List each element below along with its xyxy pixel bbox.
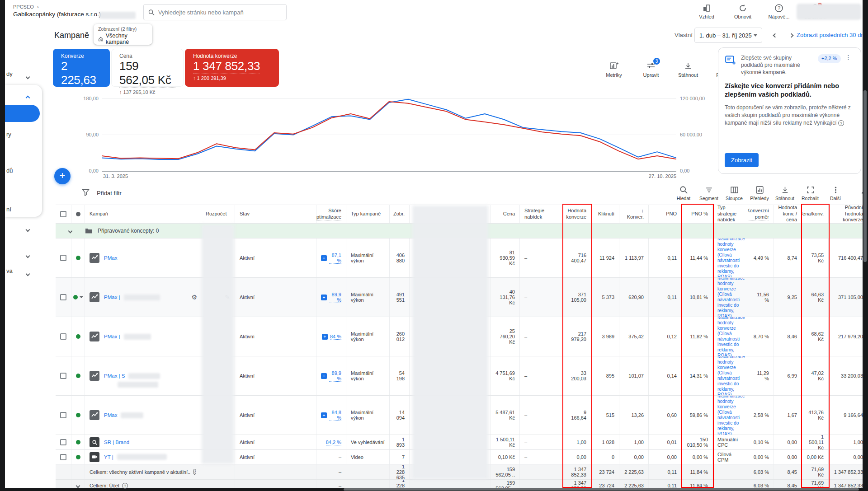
campaign-row[interactable]: PMax | SAktivní+89,9 %Maximální výkon54 … <box>56 356 868 396</box>
more-button[interactable]: Další <box>825 186 846 201</box>
optimization-score-link[interactable]: 84,2 % <box>326 440 341 445</box>
chevron-down-icon[interactable] <box>68 229 73 233</box>
campaign-row[interactable]: PMax |Aktivní+84 %Maximální výkon260 012… <box>56 317 868 356</box>
table-expand-button[interactable]: Rozbalit <box>799 186 821 201</box>
nav-item-fragment[interactable]: dů <box>6 167 13 174</box>
help-button[interactable]: ? Nápově... <box>767 4 791 19</box>
chevron-down-icon[interactable] <box>76 483 80 488</box>
chevron-down-icon[interactable] <box>26 225 29 233</box>
status-dot-enabled[interactable] <box>76 334 80 339</box>
date-prev-button[interactable] <box>769 30 780 41</box>
show-last-30-link[interactable]: Zobrazit posledních 30 dní <box>797 32 866 38</box>
refresh-button[interactable]: Obnovit <box>731 4 755 19</box>
column-header-conv[interactable]: ↓ Konver. <box>619 205 649 223</box>
scorecard-hodnota-konverze[interactable]: Hodnota konverze 1 347 852,33 ↑ 1 200 39… <box>185 49 279 87</box>
column-header-pno[interactable]: PNO <box>649 205 682 223</box>
appearance-button[interactable]: Vzhled <box>694 4 719 19</box>
status-dot-enabled[interactable] <box>76 455 80 459</box>
optimization-score-link[interactable]: 89,9 % <box>329 292 341 303</box>
chevron-up-icon[interactable] <box>26 93 29 101</box>
nav-item-fragment[interactable]: ry <box>6 131 11 138</box>
segment-button[interactable]: Segment <box>698 186 720 201</box>
nav-item-fragment[interactable]: dy <box>6 70 13 77</box>
table-download-button[interactable]: Stáhnout <box>774 186 796 201</box>
campaign-row[interactable]: SR | BrandAktivní84,2 %Ve vyhledávání1 8… <box>56 435 868 450</box>
column-header-cost[interactable]: Cena <box>491 205 520 223</box>
help-circle-icon[interactable]: ? <box>122 483 128 489</box>
bid-strategy-type[interactable]: Maximalizace hodnoty konverze (Cílová ná… <box>717 356 745 395</box>
optimization-score-link[interactable]: 89,9 % <box>329 370 341 382</box>
status-dot-enabled[interactable] <box>76 256 80 260</box>
column-header-assets[interactable] <box>410 205 491 223</box>
nav-item-fragment[interactable]: va <box>6 267 13 274</box>
column-header-strattype[interactable]: Typ strategie nabídek <box>713 205 748 223</box>
campaign-row[interactable]: PMax |⚙✎Aktivní+89,9 %Maximální výkon491… <box>56 278 868 317</box>
recommendation-cta-button[interactable]: Zobrazit <box>725 153 759 167</box>
status-dot-enabled[interactable] <box>73 295 78 299</box>
nav-selected-item[interactable] <box>5 105 40 122</box>
search-input[interactable] <box>158 9 282 16</box>
help-circle-icon[interactable]: ? <box>838 120 844 126</box>
date-next-button[interactable] <box>786 30 797 41</box>
row-checkbox[interactable] <box>60 255 66 261</box>
column-header-convrate[interactable]: Konverzní poměr <box>748 205 774 223</box>
campaign-row[interactable]: YT |Aktivní–Video70,10 Kč–0,0000,000,000… <box>56 450 868 464</box>
row-checkbox[interactable] <box>60 333 66 340</box>
status-dot-enabled[interactable] <box>76 440 80 444</box>
view-selector[interactable]: Zobrazení (2 filtry) Všechny kampaně <box>94 24 152 45</box>
column-header-budget[interactable]: Rozpočet <box>201 205 235 223</box>
vertical-scrollbar-thumb[interactable] <box>863 90 867 262</box>
column-header-score[interactable]: Skóre optimalizace <box>316 205 346 223</box>
bid-strategy-type[interactable]: Maximalizace hodnoty konverze (Cílová ná… <box>717 317 745 356</box>
gear-icon[interactable]: ⚙ <box>191 294 197 301</box>
edit-chart-button[interactable]: 3 Upravit <box>638 61 664 78</box>
column-header-impr[interactable]: Zobr. <box>390 205 410 223</box>
bid-strategy-type[interactable]: Maximalizace hodnoty konverze (Cílová ná… <box>717 278 745 317</box>
column-header-costconv[interactable]: Cena/konv. <box>802 205 829 223</box>
account-name[interactable]: Gabikacopánky (fakturace s.r.o.) <box>13 11 101 18</box>
campaign-name-link[interactable]: PMax | <box>104 334 120 339</box>
download-chart-button[interactable]: Stáhnout <box>675 61 701 78</box>
horizontal-scrollbar-thumb[interactable] <box>344 488 859 491</box>
column-header-pnopct[interactable]: PNO % <box>682 205 713 223</box>
breadcrumb[interactable]: PPCSEO › <box>13 4 39 9</box>
column-header-name[interactable]: Kampaň <box>85 205 201 223</box>
help-circle-icon[interactable]: ? <box>193 469 196 475</box>
draft-concepts-row[interactable]: Připravované koncepty: 0 <box>56 224 868 238</box>
column-header-status[interactable]: Stav <box>235 205 316 223</box>
scorecard-konverze[interactable]: Konverze 2 225,63 ↑ 1 962,64 <box>53 49 110 87</box>
search-bar[interactable] <box>143 4 287 20</box>
column-header-type[interactable]: Typ kampaně <box>346 205 390 223</box>
filter-funnel-icon[interactable] <box>82 189 90 196</box>
campaign-name-link[interactable]: YT | <box>104 454 113 460</box>
optimization-score-link[interactable]: 84 % <box>330 334 341 340</box>
breadcrumb-root[interactable]: PPCSEO <box>13 4 34 9</box>
status-dot-enabled[interactable] <box>76 413 80 417</box>
status-caret-icon[interactable] <box>80 296 83 298</box>
add-fab-button[interactable]: + <box>54 168 71 184</box>
nav-item-fragment[interactable]: ní <box>6 206 11 213</box>
campaign-name-link[interactable]: SR | Brand <box>104 440 129 445</box>
optimization-score-link[interactable]: 87,1 % <box>329 253 341 264</box>
row-checkbox[interactable] <box>60 373 66 379</box>
column-header-convval[interactable]: Hodnota konverze <box>563 205 591 223</box>
chevron-down-icon[interactable] <box>26 269 29 277</box>
column-header-bidstrat[interactable]: Strategie nabídek <box>520 205 563 223</box>
columns-button[interactable]: Sloupce <box>723 186 745 201</box>
edit-pencil-icon[interactable]: ✎ <box>225 294 230 301</box>
status-dot-enabled[interactable] <box>76 374 80 378</box>
table-search-button[interactable]: Hledat <box>673 186 694 201</box>
optimization-score-link[interactable]: 84,8 % <box>329 410 341 421</box>
scorecard-cena[interactable]: Cena 159 562,05 Kč ↑ 137 265,10 Kč <box>111 49 184 87</box>
performance-line-chart[interactable] <box>102 98 676 171</box>
row-checkbox[interactable] <box>60 211 66 217</box>
kebab-menu-icon[interactable]: ⋮ <box>845 54 852 76</box>
bid-strategy-type[interactable]: Maximalizace hodnoty konverze (Cílová ná… <box>717 396 745 435</box>
bid-strategy-type[interactable]: Maximalizace hodnoty konverze (Cílová ná… <box>717 238 745 277</box>
column-header-origval[interactable]: Původní hodnota konverze <box>829 205 868 223</box>
campaign-name-link[interactable]: PMax | <box>104 295 120 300</box>
campaign-row[interactable]: PMaxAktivní+84,8 %Maximální výkon14 0945… <box>56 396 868 435</box>
chevron-down-icon[interactable] <box>26 72 29 80</box>
row-checkbox[interactable] <box>60 439 66 445</box>
campaign-name-link[interactable]: PMax <box>104 412 117 418</box>
